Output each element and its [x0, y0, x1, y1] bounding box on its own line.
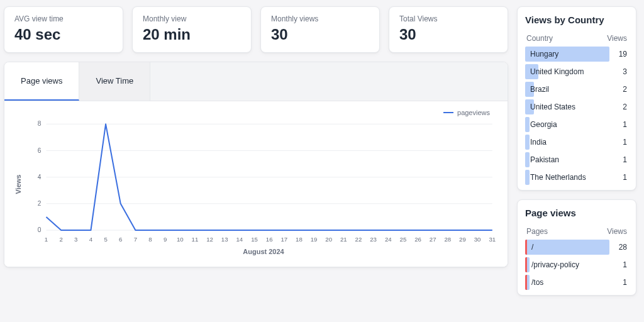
- svg-text:28: 28: [444, 236, 451, 243]
- row-label: Pakistan: [525, 155, 623, 164]
- row-value: 1: [623, 155, 628, 164]
- chart-legend: pageviews: [443, 109, 490, 116]
- tab-view-time[interactable]: View Time: [79, 62, 150, 101]
- svg-text:0: 0: [38, 226, 42, 233]
- table-row: Pakistan1: [525, 152, 628, 167]
- row-label: United Kingdom: [525, 67, 623, 76]
- chart-tabs: Page viewsView Time: [4, 62, 508, 101]
- table-row: /tos1: [525, 275, 628, 290]
- stat-card-avg-view-time: AVG view time40 sec: [4, 6, 123, 53]
- page-rows: /28/privacy-policy1/tos1: [525, 240, 628, 290]
- stat-value: 30: [399, 26, 497, 43]
- row-value: 1: [623, 138, 628, 147]
- svg-text:17: 17: [280, 236, 287, 243]
- stat-card-monthly-views: Monthly views30: [260, 6, 380, 53]
- svg-text:15: 15: [251, 236, 258, 243]
- svg-text:8: 8: [38, 120, 42, 127]
- row-value: 28: [619, 243, 628, 252]
- svg-text:19: 19: [311, 236, 318, 243]
- row-label: /tos: [525, 278, 623, 287]
- svg-text:29: 29: [459, 236, 466, 243]
- row-label: /: [525, 243, 619, 252]
- row-value: 1: [623, 260, 628, 269]
- pages-column-header: Pages: [526, 227, 548, 236]
- svg-text:23: 23: [370, 236, 377, 243]
- line-chart: 0246812345678910111213141516171819202122…: [27, 111, 500, 245]
- row-value: 2: [623, 103, 628, 111]
- svg-text:30: 30: [474, 236, 481, 243]
- svg-text:11: 11: [192, 236, 199, 243]
- stat-label: Total Views: [399, 14, 497, 23]
- row-value: 1: [623, 278, 628, 287]
- svg-text:2: 2: [38, 200, 42, 207]
- row-label: Brazil: [525, 85, 623, 94]
- svg-text:27: 27: [430, 236, 436, 243]
- table-row: The Netherlands1: [525, 170, 628, 185]
- row-label: India: [525, 138, 623, 147]
- svg-text:4: 4: [38, 174, 42, 180]
- y-axis-label: Views: [14, 174, 22, 194]
- svg-text:20: 20: [325, 236, 332, 243]
- svg-text:22: 22: [355, 236, 362, 243]
- stat-value: 30: [271, 26, 369, 43]
- svg-text:7: 7: [134, 236, 137, 243]
- x-axis-label: August 2024: [27, 248, 500, 255]
- stat-value: 20 min: [143, 26, 241, 43]
- stat-label: Monthly views: [271, 14, 369, 23]
- svg-text:6: 6: [38, 147, 42, 154]
- svg-text:6: 6: [119, 236, 122, 243]
- page-views-card: Page views Pages Views /28/privacy-polic…: [517, 199, 636, 296]
- row-value: 19: [619, 50, 628, 58]
- svg-text:18: 18: [296, 236, 303, 243]
- views-column-header: Views: [607, 227, 627, 236]
- table-row: Hungary19: [525, 47, 628, 62]
- row-label: Hungary: [525, 50, 619, 58]
- table-row: India1: [525, 135, 628, 150]
- row-value: 1: [623, 120, 628, 129]
- svg-text:14: 14: [236, 236, 243, 243]
- table-row: Georgia1: [525, 117, 628, 132]
- legend-label: pageviews: [457, 109, 490, 116]
- svg-text:25: 25: [400, 236, 407, 243]
- svg-text:31: 31: [489, 236, 496, 243]
- row-label: Georgia: [525, 120, 623, 129]
- svg-text:26: 26: [414, 236, 421, 243]
- page-views-title: Page views: [525, 208, 628, 218]
- chart-card: Page viewsView Time pageviews Views 0246…: [4, 62, 508, 267]
- country-rows: Hungary19United Kingdom3Brazil2United St…: [525, 47, 628, 185]
- svg-text:9: 9: [164, 236, 167, 243]
- table-row: /28: [525, 240, 628, 255]
- svg-text:12: 12: [206, 236, 213, 243]
- stat-card-monthly-view: Monthly view20 min: [132, 6, 252, 53]
- table-row: United Kingdom3: [525, 64, 628, 79]
- svg-text:8: 8: [148, 236, 152, 243]
- table-row: /privacy-policy1: [525, 257, 628, 272]
- svg-text:13: 13: [221, 236, 228, 243]
- row-value: 2: [623, 85, 628, 94]
- stat-value: 40 sec: [14, 26, 113, 43]
- views-column-header: Views: [607, 34, 627, 43]
- row-label: United States: [525, 103, 623, 111]
- svg-text:21: 21: [340, 236, 347, 243]
- stat-card-total-views: Total Views30: [389, 6, 508, 53]
- views-by-country-card: Views by Country Country Views Hungary19…: [517, 6, 636, 191]
- views-by-country-title: Views by Country: [525, 14, 628, 25]
- svg-text:3: 3: [74, 236, 77, 243]
- stat-label: AVG view time: [14, 14, 113, 23]
- table-row: Brazil2: [525, 82, 628, 97]
- svg-text:24: 24: [385, 236, 392, 243]
- svg-text:5: 5: [104, 236, 107, 243]
- row-label: The Netherlands: [525, 173, 623, 182]
- svg-text:10: 10: [177, 236, 184, 243]
- tab-page-views[interactable]: Page views: [4, 62, 79, 101]
- svg-text:4: 4: [89, 236, 93, 243]
- row-value: 3: [623, 67, 628, 76]
- country-column-header: Country: [526, 34, 553, 43]
- stats-row: AVG view time40 secMonthly view20 minMon…: [4, 6, 508, 53]
- svg-text:16: 16: [266, 236, 273, 243]
- row-label: /privacy-policy: [525, 260, 623, 269]
- stat-label: Monthly view: [143, 14, 241, 23]
- table-row: United States2: [525, 99, 628, 114]
- svg-text:1: 1: [45, 236, 48, 243]
- svg-text:2: 2: [59, 236, 62, 243]
